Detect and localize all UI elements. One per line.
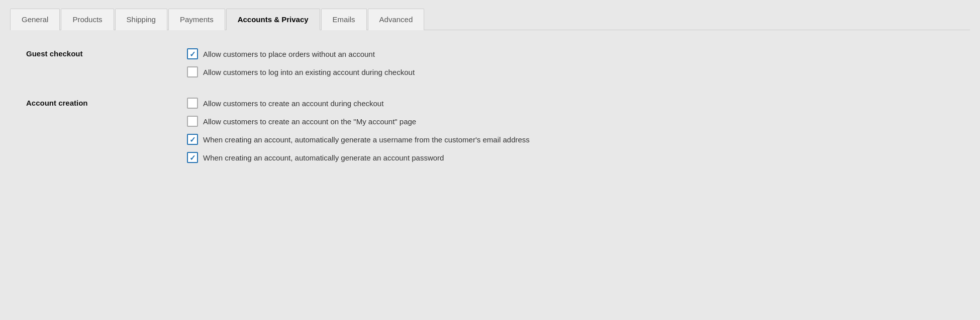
section-options-guest-checkout: ✓ Allow customers to place orders withou… — [187, 48, 415, 77]
tab-payments[interactable]: Payments — [168, 9, 225, 30]
checkmark-icon: ✓ — [189, 136, 196, 143]
checkbox-create-my-account[interactable] — [187, 116, 198, 127]
option-row-login-during-checkout: Allow customers to log into an existing … — [187, 66, 415, 77]
option-row-create-my-account: Allow customers to create an account on … — [187, 116, 530, 127]
content-area: Guest checkout ✓ Allow customers to plac… — [10, 30, 970, 201]
checkbox-login-during-checkout[interactable] — [187, 66, 198, 77]
checkbox-allow-orders-without-account[interactable]: ✓ — [187, 48, 198, 59]
section-guest-checkout: Guest checkout ✓ Allow customers to plac… — [26, 48, 954, 77]
option-label-create-my-account: Allow customers to create an account on … — [203, 117, 416, 126]
tab-emails[interactable]: Emails — [321, 9, 367, 30]
option-label-auto-generate-password: When creating an account, automatically … — [203, 153, 444, 162]
option-row-orders-without-account: ✓ Allow customers to place orders withou… — [187, 48, 415, 59]
option-row-auto-generate-password: ✓ When creating an account, automaticall… — [187, 152, 530, 163]
checkbox-auto-generate-username[interactable]: ✓ — [187, 134, 198, 145]
option-row-auto-generate-username: ✓ When creating an account, automaticall… — [187, 134, 530, 145]
tab-advanced[interactable]: Advanced — [368, 9, 425, 30]
page-wrapper: General Products Shipping Payments Accou… — [0, 0, 980, 320]
tabs-bar: General Products Shipping Payments Accou… — [10, 8, 970, 30]
option-label-login-during-checkout: Allow customers to log into an existing … — [203, 68, 415, 76]
section-account-creation: Account creation Allow customers to crea… — [26, 98, 954, 163]
checkmark-icon: ✓ — [189, 50, 196, 58]
option-label-orders-without-account: Allow customers to place orders without … — [203, 50, 375, 58]
section-label-guest-checkout: Guest checkout — [26, 48, 187, 58]
option-label-create-during-checkout: Allow customers to create an account dur… — [203, 99, 383, 108]
tab-accounts-privacy[interactable]: Accounts & Privacy — [226, 9, 320, 30]
checkbox-auto-generate-password[interactable]: ✓ — [187, 152, 198, 163]
checkmark-icon: ✓ — [189, 154, 196, 162]
tab-general[interactable]: General — [10, 9, 60, 30]
tab-shipping[interactable]: Shipping — [115, 9, 167, 30]
option-row-create-during-checkout: Allow customers to create an account dur… — [187, 98, 530, 109]
checkbox-create-during-checkout[interactable] — [187, 98, 198, 109]
tab-products[interactable]: Products — [61, 9, 114, 30]
option-label-auto-generate-username: When creating an account, automatically … — [203, 135, 530, 144]
section-options-account-creation: Allow customers to create an account dur… — [187, 98, 530, 163]
section-label-account-creation: Account creation — [26, 98, 187, 107]
